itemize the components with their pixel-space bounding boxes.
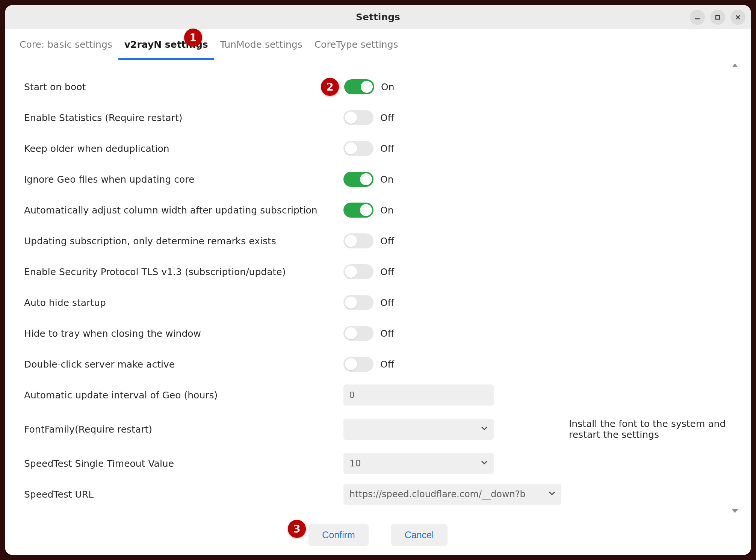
close-button[interactable] — [730, 10, 745, 25]
tab-coretype[interactable]: CoreType settings — [308, 29, 404, 60]
toggle-text-auto-col-width: On — [380, 205, 394, 216]
toggle-text-dbl-click: Off — [380, 359, 394, 370]
chevron-down-icon — [480, 458, 488, 469]
toggle-text-enable-stats: Off — [380, 112, 394, 123]
row-tls13: Enable Security Protocol TLS v1.3 (subsc… — [24, 256, 732, 287]
toggle-update-sub-remarks[interactable] — [343, 233, 373, 248]
button-bar: 3 Confirm Cancel — [5, 518, 751, 555]
toggle-keep-older[interactable] — [343, 141, 373, 156]
svg-marker-4 — [732, 64, 738, 67]
cancel-button[interactable]: Cancel — [391, 524, 448, 546]
toggle-dbl-click[interactable] — [343, 357, 373, 372]
label-dbl-click: Double-click server make active — [24, 359, 336, 370]
tab-bar: Core: basic settings v2rayN settings Tun… — [5, 29, 751, 60]
maximize-icon — [714, 14, 721, 21]
annotation-1: 1 — [184, 29, 202, 47]
toggle-text-update-sub-remarks: Off — [380, 236, 394, 247]
content-wrapper: Start on boot 2 On Enable Statistics (Re… — [5, 60, 751, 518]
label-speedtest-timeout: SpeedTest Single Timeout Value — [24, 458, 336, 469]
window-title: Settings — [356, 12, 400, 23]
scroll-down-indicator — [731, 508, 739, 515]
label-enable-stats: Enable Statistics (Require restart) — [24, 112, 336, 123]
toggle-auto-col-width[interactable] — [343, 203, 373, 218]
settings-content[interactable]: Start on boot 2 On Enable Statistics (Re… — [5, 60, 751, 518]
annotation-2: 2 — [321, 78, 339, 96]
select-speedtest-url[interactable]: https://speed.cloudflare.com/__down?b — [343, 484, 561, 505]
select-font-family[interactable] — [343, 419, 494, 440]
select-speedtest-timeout[interactable]: 10 — [343, 453, 494, 474]
toggle-text-ignore-geo: On — [380, 174, 394, 185]
annotation-3: 3 — [288, 520, 306, 538]
row-speedtest-url: SpeedTest URL https://speed.cloudflare.c… — [24, 479, 732, 510]
toggle-hide-to-tray[interactable] — [343, 326, 373, 341]
row-dbl-click: Double-click server make active Off — [24, 349, 732, 380]
row-update-sub-remarks: Updating subscription, only determine re… — [24, 226, 732, 256]
input-geo-interval[interactable] — [343, 384, 494, 406]
row-hide-to-tray: Hide to tray when closing the window Off — [24, 318, 732, 349]
label-hide-to-tray: Hide to tray when closing the window — [24, 328, 336, 339]
select-speedtest-timeout-value: 10 — [349, 458, 361, 469]
tab-tunmode[interactable]: TunMode settings — [214, 29, 308, 60]
settings-window: Settings Core: basic settings v2rayN set… — [5, 5, 751, 555]
titlebar: Settings — [5, 5, 751, 29]
window-controls — [690, 10, 745, 25]
toggle-start-on-boot[interactable] — [344, 79, 374, 94]
row-enable-stats: Enable Statistics (Require restart) Off — [24, 102, 732, 133]
scroll-up-indicator — [731, 62, 739, 70]
tab-core-basic[interactable]: Core: basic settings — [14, 29, 118, 60]
row-geo-interval: Automatic update interval of Geo (hours) — [24, 380, 732, 410]
svg-marker-5 — [732, 509, 738, 513]
label-auto-hide: Auto hide startup — [24, 297, 336, 308]
label-ignore-geo: Ignore Geo files when updating core — [24, 174, 336, 185]
toggle-text-keep-older: Off — [380, 143, 394, 154]
label-geo-interval: Automatic update interval of Geo (hours) — [24, 390, 336, 401]
minimize-icon — [694, 14, 701, 21]
row-auto-col-width: Automatically adjust column width after … — [24, 195, 732, 226]
row-speedtest-timeout: SpeedTest Single Timeout Value 10 — [24, 448, 732, 479]
toggle-text-auto-hide: Off — [380, 297, 394, 308]
select-speedtest-url-value: https://speed.cloudflare.com/__down?b — [349, 489, 526, 499]
minimize-button[interactable] — [690, 10, 705, 25]
chevron-down-icon — [480, 424, 488, 434]
label-auto-col-width: Automatically adjust column width after … — [24, 205, 336, 216]
row-font-family: FontFamily(Require restart) Install the … — [24, 410, 732, 448]
toggle-auto-hide[interactable] — [343, 295, 373, 310]
label-update-sub-remarks: Updating subscription, only determine re… — [24, 236, 336, 247]
row-ignore-geo: Ignore Geo files when updating core On — [24, 164, 732, 195]
row-start-on-boot: Start on boot 2 On — [24, 71, 732, 102]
row-keep-older: Keep older when deduplication Off — [24, 133, 732, 164]
toggle-enable-stats[interactable] — [343, 110, 373, 125]
note-font-family: Install the font to the system and resta… — [501, 418, 732, 440]
toggle-text-hide-to-tray: Off — [380, 328, 394, 339]
toggle-text-start-on-boot: On — [381, 82, 395, 92]
row-auto-hide: Auto hide startup Off — [24, 287, 732, 318]
label-speedtest-url: SpeedTest URL — [24, 489, 336, 500]
confirm-button[interactable]: Confirm — [308, 524, 369, 546]
close-icon — [735, 14, 741, 21]
svg-rect-1 — [716, 15, 720, 19]
toggle-ignore-geo[interactable] — [343, 172, 373, 187]
maximize-button[interactable] — [710, 10, 725, 25]
label-font-family: FontFamily(Require restart) — [24, 424, 336, 435]
label-start-on-boot: Start on boot — [24, 82, 336, 92]
toggle-text-tls13: Off — [380, 266, 394, 277]
toggle-tls13[interactable] — [343, 264, 373, 279]
label-keep-older: Keep older when deduplication — [24, 143, 336, 154]
chevron-down-icon — [548, 489, 556, 499]
label-tls13: Enable Security Protocol TLS v1.3 (subsc… — [24, 266, 336, 277]
